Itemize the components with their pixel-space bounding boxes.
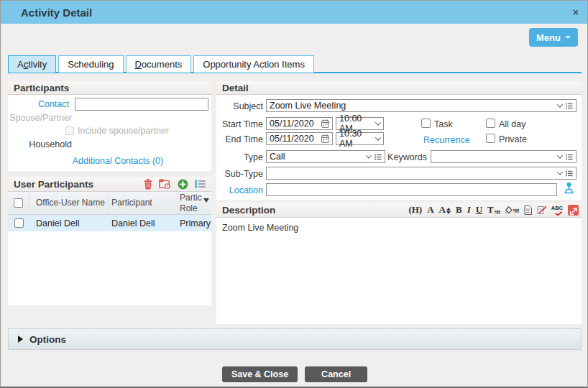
tab-opportunity-action-items[interactable]: Opportunity Action Items — [193, 55, 314, 73]
sort-desc-icon[interactable] — [203, 198, 209, 203]
type-dropdown-icon[interactable] — [366, 152, 372, 158]
subject-list-icon[interactable] — [566, 103, 573, 109]
add-participant-icon[interactable] — [178, 179, 188, 190]
end-time-label: End Time — [216, 134, 263, 144]
font-family-icon[interactable]: A — [427, 204, 433, 216]
spellcheck-icon[interactable]: ABC — [551, 205, 563, 216]
dialog-title: Activity Detail — [21, 6, 92, 19]
keywords-list-icon[interactable] — [566, 154, 573, 160]
column-header-participant[interactable]: Participant — [109, 192, 178, 214]
description-content: Zoom Live Meeting — [216, 218, 582, 238]
contact-input[interactable] — [75, 98, 208, 111]
clear-format-icon[interactable] — [537, 205, 546, 215]
sub-type-select[interactable] — [266, 167, 576, 180]
description-title: Description — [222, 205, 275, 216]
map-pin-icon[interactable] — [562, 182, 576, 197]
participants-title: Participants — [14, 83, 69, 93]
menu-button-label: Menu — [536, 32, 561, 43]
delete-participant-icon[interactable] — [144, 179, 152, 190]
all-day-label: All day — [499, 119, 526, 129]
end-time-value: 10:30 AM — [339, 129, 376, 149]
keywords-dropdown-icon[interactable] — [557, 152, 563, 158]
recurrence-link[interactable]: Recurrence — [423, 135, 470, 145]
underline-icon[interactable]: U — [476, 204, 482, 216]
tab-activity[interactable]: Activity — [8, 55, 56, 73]
bold-icon[interactable]: B — [456, 204, 462, 216]
cell-participant: Daniel Dell — [109, 215, 178, 231]
tab-documents[interactable]: Documents — [126, 55, 192, 73]
save-close-button[interactable]: Save & Close — [222, 366, 298, 382]
select-all-checkbox[interactable] — [14, 198, 23, 208]
calendar-remove-icon[interactable] — [159, 179, 171, 189]
subject-value: Zoom Live Meeting — [270, 101, 346, 111]
tab-scheduling[interactable]: Scheduling — [58, 55, 123, 73]
options-expander[interactable]: Options — [8, 328, 582, 350]
include-spouse-checkbox[interactable] — [65, 126, 74, 135]
user-participants-table: Daniel Dell Daniel Dell Primary — [8, 215, 211, 305]
end-date-field[interactable]: 05/11/2020 — [266, 132, 333, 145]
end-date-calendar-icon[interactable] — [321, 134, 329, 143]
expand-editor-icon[interactable] — [568, 205, 579, 216]
location-input[interactable] — [266, 183, 557, 196]
participants-header: Participants — [8, 81, 211, 95]
all-day-checkbox[interactable] — [486, 119, 495, 128]
task-checkbox[interactable] — [421, 119, 431, 128]
document-icon[interactable] — [524, 205, 532, 215]
start-date-field[interactable]: 05/11/2020 — [266, 117, 333, 130]
type-label: Type — [216, 152, 263, 162]
type-select[interactable]: Call — [266, 150, 385, 163]
private-label: Private — [499, 134, 527, 144]
description-textarea[interactable]: Zoom Live Meeting — [216, 218, 582, 324]
additional-contacts-link[interactable]: Additional Contacts (0) — [51, 156, 185, 166]
end-time-select[interactable]: 10:30 AM — [336, 132, 384, 145]
column-header-office-user-name[interactable]: Office-User Name — [29, 192, 109, 214]
table-row[interactable]: Daniel Dell Daniel Dell Primary — [8, 215, 211, 231]
tab-scheduling-label: Scheduling — [68, 59, 114, 70]
include-spouse-label: Include spouse/partner — [78, 126, 169, 136]
detail-title: Detail — [222, 83, 249, 93]
subject-label: Subject — [216, 101, 263, 111]
heading-icon[interactable]: (H) — [408, 204, 422, 216]
contact-link[interactable]: Contact — [8, 99, 69, 109]
start-date-value: 05/11/2020 — [270, 119, 314, 129]
subject-field[interactable]: Zoom Live Meeting — [266, 99, 576, 112]
expand-arrow-icon — [18, 336, 23, 343]
footer-buttons: Save & Close Cancel — [1, 366, 588, 382]
sub-type-list-icon[interactable] — [566, 170, 573, 177]
user-participants-title: User Participants — [14, 179, 93, 190]
italic-icon[interactable]: I — [467, 204, 471, 216]
user-participants-header: User Participants — [8, 177, 211, 192]
start-time-label: Start Time — [216, 119, 263, 129]
dialog-titlebar: Activity Detail × — [1, 1, 588, 24]
detail-header: Detail — [216, 81, 582, 95]
location-link[interactable]: Location — [216, 185, 263, 195]
subject-dropdown-icon[interactable] — [557, 101, 563, 107]
detail-panel: Subject Zoom Live Meeting Start Time 05/… — [216, 95, 582, 200]
row-checkbox[interactable] — [14, 218, 24, 228]
tab-documents-label: Documents — [135, 59, 183, 70]
cell-partic-role: Primary — [178, 215, 211, 231]
font-size-icon[interactable]: A — [439, 204, 451, 216]
close-icon[interactable]: × — [573, 7, 579, 17]
keywords-select[interactable] — [431, 150, 576, 163]
activity-detail-dialog: Activity Detail × Menu Activity Scheduli… — [0, 0, 588, 388]
text-color-icon[interactable]: T — [487, 204, 500, 216]
menu-button[interactable]: Menu — [529, 28, 578, 47]
options-label: Options — [29, 334, 66, 345]
fill-color-icon[interactable] — [505, 206, 519, 214]
cancel-button[interactable]: Cancel — [305, 366, 367, 382]
end-time-dropdown-icon[interactable] — [375, 134, 381, 140]
start-time-dropdown-icon[interactable] — [375, 119, 381, 125]
sub-type-dropdown-icon[interactable] — [557, 169, 563, 175]
column-header-partic-role[interactable]: Partic Role — [178, 192, 211, 214]
task-label: Task — [434, 119, 453, 129]
column-header-partic-role-label: Partic Role — [180, 193, 211, 213]
chevron-down-icon — [565, 36, 571, 39]
private-checkbox[interactable] — [486, 134, 495, 143]
start-date-calendar-icon[interactable] — [321, 119, 329, 128]
keywords-label: Keywords — [380, 152, 427, 162]
description-toolbar: (H) A A B I U T ABC — [408, 204, 579, 216]
spouse-partner-label: Spouse/Partner — [8, 113, 72, 123]
column-options-icon[interactable] — [195, 180, 206, 188]
type-value: Call — [270, 152, 285, 162]
